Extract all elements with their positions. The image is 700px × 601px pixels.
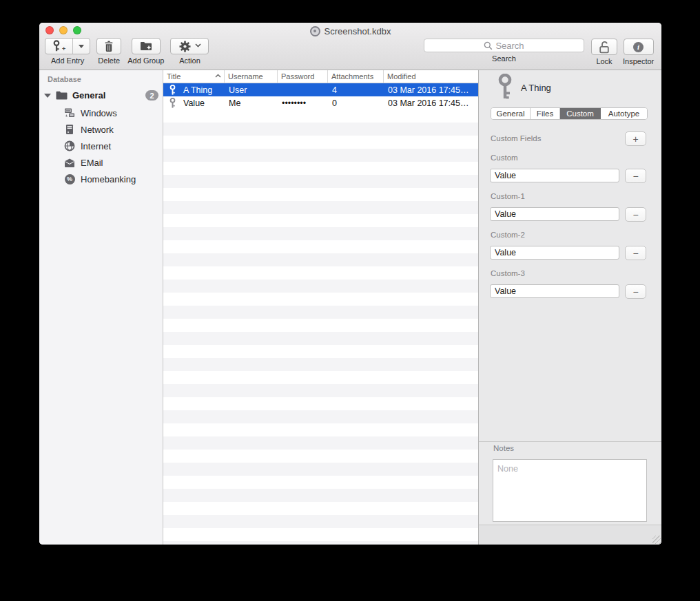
field-label: Custom-3 (491, 269, 525, 277)
action-label: Action (179, 56, 200, 65)
add-entry-label: Add Entry (51, 56, 84, 65)
field-label: Custom-2 (491, 231, 525, 239)
delete-label: Delete (98, 56, 120, 65)
key-icon (169, 85, 176, 96)
inspector-tabs: General Files Custom Autotype (491, 107, 648, 120)
entry-username: Me (225, 98, 278, 108)
tab-files[interactable]: Files (531, 108, 560, 119)
toolbar: + Add Entry (45, 38, 656, 68)
sidebar-item-label: Internet (81, 141, 111, 151)
column-header-attachments[interactable]: Attachments (328, 70, 384, 83)
inspector-button[interactable]: i (624, 39, 654, 55)
custom-field-input[interactable] (490, 169, 619, 182)
sidebar-item-network[interactable]: Network (39, 121, 163, 138)
lock-label: Lock (596, 57, 612, 65)
window-body: Database General 2 (39, 70, 661, 545)
sidebar-item-general[interactable]: General 2 (39, 88, 163, 103)
globe-icon (64, 140, 75, 151)
action-button[interactable] (170, 38, 209, 54)
column-header-username[interactable]: Username (225, 70, 278, 83)
entry-table: Title Username Password Attachments Modi… (163, 70, 479, 545)
search-item: Search Search (424, 39, 584, 63)
entry-password: •••••••• (278, 98, 328, 108)
notes-placeholder: None (497, 464, 518, 474)
table-row[interactable]: A Thing User 4 03 Mar 2016 17:45… (163, 83, 478, 96)
remove-field-button[interactable]: − (625, 207, 646, 222)
resize-grip[interactable] (652, 536, 661, 544)
lock-open-icon (599, 41, 610, 54)
sidebar-section-header: Database (48, 75, 163, 83)
search-label: Search (492, 54, 516, 63)
sidebar-item-homebanking[interactable]: % Homebanking (39, 171, 163, 187)
tab-custom[interactable]: Custom (560, 108, 601, 119)
column-header-modified[interactable]: Modified (384, 70, 478, 83)
info-icon: i (633, 42, 644, 52)
chevron-down-icon (195, 43, 200, 49)
add-group-label: Add Group (127, 56, 164, 65)
minus-icon: − (632, 248, 638, 259)
search-input[interactable]: Search (424, 39, 584, 52)
table-row[interactable]: Value Me •••••••• 0 03 Mar 2016 17:45… (163, 96, 478, 109)
minus-icon: − (632, 171, 638, 182)
percent-icon: % (64, 173, 75, 184)
window-title: Screenshot.kdbx (39, 25, 661, 37)
plus-icon: + (632, 134, 638, 145)
custom-fields-label: Custom Fields (491, 134, 542, 143)
inspector-item: i Inspector (623, 39, 654, 65)
custom-field-input[interactable] (490, 246, 619, 260)
tab-general[interactable]: General (491, 108, 531, 119)
search-icon (484, 41, 493, 50)
delete-button[interactable] (96, 38, 121, 54)
entry-attachments: 0 (328, 98, 384, 108)
tab-autotype[interactable]: Autotype (601, 108, 647, 119)
inspector-entry-title: A Thing (521, 83, 551, 93)
folder-plus-icon (140, 41, 152, 51)
column-header-password[interactable]: Password (278, 70, 328, 83)
sidebar-item-label: Windows (81, 108, 117, 118)
remove-field-button[interactable]: − (625, 246, 646, 260)
column-header-title[interactable]: Title (163, 70, 225, 83)
key-icon (497, 74, 513, 101)
entry-modified: 03 Mar 2016 17:45… (384, 85, 478, 95)
entry-list[interactable]: A Thing User 4 03 Mar 2016 17:45… (163, 83, 478, 545)
windows-icon (64, 107, 75, 118)
sidebar-item-email[interactable]: EMail (39, 154, 163, 171)
key-icon (169, 98, 176, 109)
entry-title: A Thing (183, 85, 212, 95)
add-field-button[interactable]: + (625, 131, 646, 146)
table-header: Title Username Password Attachments Modi… (163, 70, 478, 83)
key-plus-icon: + (52, 40, 65, 52)
lock-button[interactable] (591, 39, 617, 55)
entry-attachments: 4 (328, 85, 384, 95)
window-title-text: Screenshot.kdbx (325, 26, 391, 36)
add-group-item: Add Group (127, 38, 164, 65)
add-entry-item: + Add Entry (45, 38, 90, 65)
remove-field-button[interactable]: − (625, 169, 646, 183)
add-entry-dropdown[interactable] (72, 39, 90, 54)
notes-textarea[interactable]: None (493, 459, 647, 522)
sidebar-item-windows[interactable]: Windows (39, 105, 163, 121)
inspector-label: Inspector (623, 57, 654, 65)
field-label: Custom (491, 154, 518, 162)
trash-icon (104, 41, 114, 52)
action-item: Action (170, 38, 209, 65)
remove-field-button[interactable]: − (625, 284, 646, 299)
document-proxy-icon (310, 26, 320, 36)
disclosure-triangle-icon[interactable] (44, 94, 51, 98)
custom-field-input[interactable] (490, 207, 619, 221)
sidebar-item-label: Network (81, 125, 114, 135)
inspector-bottom-bar (479, 525, 661, 545)
entry-modified: 03 Mar 2016 17:45… (384, 98, 478, 108)
add-group-button[interactable] (132, 38, 161, 54)
folder-icon (56, 91, 68, 100)
sidebar-item-label: General (72, 90, 105, 101)
lock-item: Lock (591, 39, 617, 65)
caret-down-icon (79, 45, 84, 48)
add-entry-button[interactable]: + (45, 38, 90, 54)
delete-item: Delete (96, 38, 121, 65)
sidebar-item-label: EMail (81, 158, 103, 168)
custom-field-input[interactable] (490, 284, 619, 298)
network-icon (64, 124, 75, 135)
sidebar-item-internet[interactable]: Internet (39, 138, 163, 154)
notes-label: Notes (493, 444, 514, 452)
